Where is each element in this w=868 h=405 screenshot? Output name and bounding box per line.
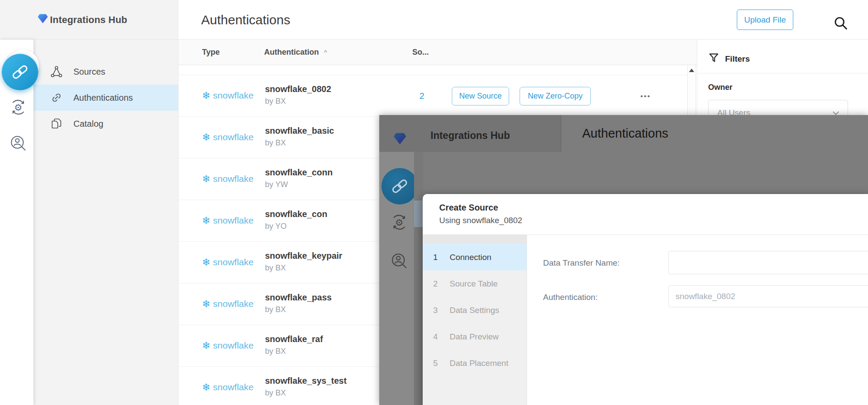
catalog-icon	[50, 117, 63, 130]
sidebar-item-authentications[interactable]: Authentications	[33, 85, 178, 111]
auth-name: snowflake_basic	[265, 126, 334, 136]
snowflake-icon: ❄	[202, 90, 210, 101]
overlay-header: Integrations Hub Authentications	[379, 115, 868, 152]
step-connection[interactable]: 1 Connection	[423, 244, 527, 270]
table-row[interactable]: ❄snowflake snowflake_0802 by BX 2 New So…	[179, 75, 687, 117]
filter-funnel-icon	[708, 52, 719, 66]
scroll-up-icon[interactable]	[689, 69, 694, 72]
sidebar-item-sources[interactable]: Sources	[33, 59, 178, 85]
column-type[interactable]: Type	[202, 40, 220, 65]
filters-title: Filters	[708, 52, 750, 66]
snowflake-icon: ❄	[202, 215, 210, 226]
auth-name: snowflake_pass	[265, 293, 331, 303]
page-title: Authentications	[201, 0, 290, 40]
step-data-preview[interactable]: 4 Data Preview	[423, 323, 527, 350]
link-icon	[50, 91, 63, 104]
search-icon[interactable]	[833, 16, 848, 30]
chevron-down-icon	[833, 109, 839, 115]
sidebar-item-label: Authentications	[73, 93, 133, 103]
chain-link-icon	[391, 177, 409, 195]
auth-owner: by BX	[265, 347, 286, 356]
integrations-link-button	[381, 168, 418, 204]
upload-file-button[interactable]: Upload File	[737, 10, 793, 30]
auth-owner: by YW	[265, 180, 288, 189]
overlay-backdrop: ⚙ Create Source Using snowflake_0802	[379, 152, 868, 405]
brand-gem-icon	[393, 132, 407, 147]
authentication-label: Authentication:	[543, 293, 598, 302]
auth-name: snowflake_raf	[265, 334, 323, 344]
step-data-settings[interactable]: 3 Data Settings	[423, 297, 527, 323]
overlay-brand-title: Integrations Hub	[431, 115, 510, 152]
overlay-icon-rail: ⚙	[379, 152, 414, 405]
authentication-input[interactable]	[668, 285, 868, 307]
snowflake-icon: ❄	[202, 340, 210, 351]
snowflake-logo: ❄snowflake	[202, 215, 254, 226]
divider	[697, 73, 868, 73]
auth-owner: by BX	[265, 263, 286, 273]
new-zero-copy-button[interactable]: New Zero-Copy	[520, 87, 591, 105]
snowflake-icon: ❄	[202, 298, 210, 310]
overlay-sidebar-sliver	[414, 152, 423, 405]
sources-icon	[50, 65, 63, 78]
step-data-placement[interactable]: 5 Data Placement	[423, 350, 527, 376]
overlay-page-title: Authentications	[582, 115, 668, 152]
create-source-modal: Create Source Using snowflake_0802 1 Con…	[423, 194, 868, 405]
new-source-button[interactable]: New Source	[452, 87, 509, 105]
auth-name: snowflake_sys_test	[265, 376, 347, 386]
auth-owner: by BX	[265, 138, 286, 148]
integrations-link-button[interactable]	[2, 54, 38, 90]
auth-owner: by BX	[265, 389, 286, 398]
modal-title: Create Source	[439, 203, 498, 213]
column-authentication[interactable]: Authentication ^	[264, 40, 327, 65]
steps-top-strip	[423, 235, 527, 244]
snowflake-icon: ❄	[202, 257, 210, 268]
snowflake-logo: ❄snowflake	[202, 298, 254, 310]
sidebar-nav: Sources Authentications	[33, 40, 179, 405]
svg-text:⚙: ⚙	[14, 102, 23, 113]
overlay-nav-highlight-sliver	[414, 201, 423, 227]
snowflake-icon: ❄	[202, 132, 210, 143]
auth-owner: by BX	[265, 97, 286, 106]
divider	[561, 115, 561, 152]
brand-gem-icon	[37, 13, 48, 26]
table-header: Type Authentication ^ So...	[179, 40, 697, 65]
step-source-table[interactable]: 2 Source Table	[423, 270, 527, 297]
overlay-window: Integrations Hub Authentications	[379, 115, 868, 405]
data-transfer-name-label: Data Transfer Name:	[543, 258, 620, 268]
auth-owner: by YO	[265, 222, 287, 231]
icon-rail: ⚙	[0, 40, 33, 405]
sidebar-item-catalog[interactable]: Catalog	[33, 111, 178, 137]
chain-link-icon	[11, 63, 29, 81]
auth-name: snowflake_keypair	[265, 251, 342, 261]
snowflake-logo: ❄snowflake	[202, 382, 254, 393]
auth-name: snowflake_0802	[265, 84, 331, 94]
wizard-steps: 1 Connection 2 Source Table 3 Data Setti…	[423, 235, 527, 405]
sync-settings-icon: ⚙	[390, 213, 408, 231]
owner-filter-label: Owner	[708, 83, 732, 92]
snowflake-logo: ❄snowflake	[202, 173, 254, 184]
sidebar-header: Integrations Hub	[0, 0, 179, 40]
modal-subtitle: Using snowflake_0802	[439, 216, 522, 225]
snowflake-logo: ❄snowflake	[202, 340, 254, 351]
scrolled-row-sliver	[179, 65, 687, 75]
app-root: Integrations Hub Authentications Upload …	[0, 0, 868, 405]
sidebar-item-label: Catalog	[73, 119, 103, 129]
auth-name: snowflake_con	[265, 209, 327, 219]
snowflake-logo: ❄snowflake	[202, 132, 254, 143]
auth-owner: by BX	[265, 305, 286, 314]
row-menu-dots-icon[interactable]: •••	[630, 87, 661, 105]
user-search-icon	[390, 252, 408, 270]
data-transfer-name-input[interactable]	[668, 251, 868, 274]
snowflake-icon: ❄	[202, 382, 210, 393]
snowflake-logo: ❄snowflake	[202, 90, 254, 101]
svg-text:⚙: ⚙	[395, 217, 404, 228]
auth-name: snowflake_conn	[265, 168, 333, 178]
user-search-icon[interactable]	[9, 134, 27, 152]
sort-asc-icon: ^	[324, 49, 327, 56]
sync-settings-icon[interactable]: ⚙	[9, 98, 27, 116]
snowflake-logo: ❄snowflake	[202, 257, 254, 268]
brand-title: Integrations Hub	[50, 0, 127, 40]
column-sources[interactable]: So...	[412, 40, 429, 65]
snowflake-icon: ❄	[202, 173, 210, 184]
sources-count[interactable]: 2	[413, 75, 431, 117]
